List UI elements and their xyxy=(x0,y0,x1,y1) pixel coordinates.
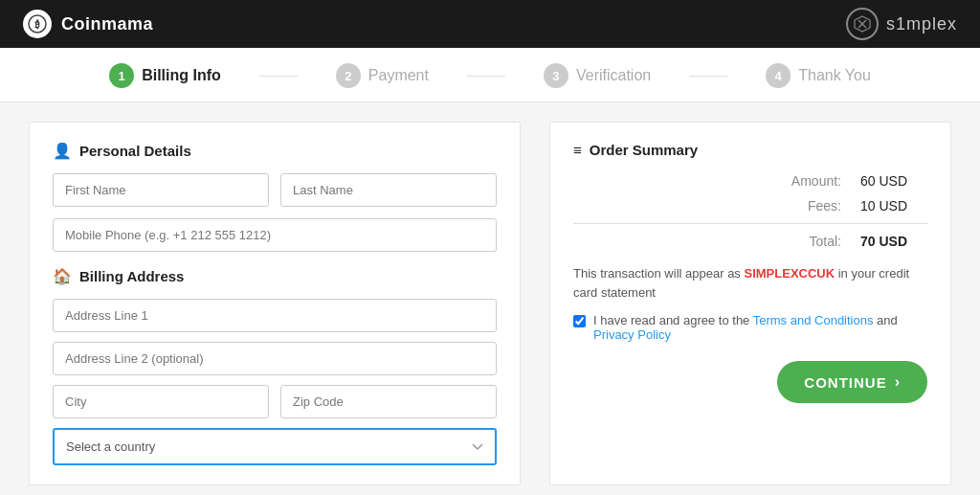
continue-arrow-icon: › xyxy=(895,373,901,391)
zip-input[interactable] xyxy=(280,385,497,418)
billing-address-title: 🏠 Billing Address xyxy=(53,267,497,285)
step-divider-1 xyxy=(259,76,298,77)
steps-navigation: 1 Billing Info 2 Payment 3 Verification … xyxy=(0,48,980,102)
fees-label: Fees: xyxy=(808,198,841,214)
total-label: Total: xyxy=(810,234,841,249)
transaction-notice-pre: This transaction will appear as xyxy=(573,266,744,281)
fees-value: 10 USD xyxy=(860,198,927,214)
step-verification[interactable]: 3 Verification xyxy=(544,63,651,88)
simplex-icon xyxy=(846,8,879,40)
transaction-brand: SIMPLEXCCUK xyxy=(744,266,835,281)
city-zip-row xyxy=(53,385,497,418)
privacy-link[interactable]: Privacy Policy xyxy=(593,327,671,342)
country-select[interactable]: Select a country xyxy=(53,428,497,465)
step-1-label: Billing Info xyxy=(142,67,221,84)
continue-label: CONTINUE xyxy=(804,374,886,391)
terms-link[interactable]: Terms and Conditions xyxy=(753,313,874,327)
amount-row: Amount: 60 USD xyxy=(573,173,927,189)
address2-row xyxy=(53,342,497,375)
step-2-label: Payment xyxy=(368,67,429,84)
address2-input[interactable] xyxy=(53,342,497,375)
total-value: 70 USD xyxy=(860,234,927,249)
home-icon: 🏠 xyxy=(53,267,72,285)
transaction-notice: This transaction will appear as SIMPLEXC… xyxy=(573,264,927,302)
svg-text:₿: ₿ xyxy=(34,19,40,30)
step-3-number: 3 xyxy=(544,63,568,88)
phone-input[interactable] xyxy=(53,218,497,252)
step-4-label: Thank You xyxy=(798,67,871,84)
order-summary-title: ≡ Order Summary xyxy=(573,142,927,158)
first-name-input[interactable] xyxy=(53,173,269,207)
agree-checkbox[interactable] xyxy=(573,315,586,327)
right-panel: ≡ Order Summary Amount: 60 USD Fees: 10 … xyxy=(549,122,951,485)
personal-details-title: 👤 Personal Details xyxy=(53,142,497,160)
brand-name: Coinmama xyxy=(61,14,153,34)
list-icon: ≡ xyxy=(573,142,582,158)
simplex-logo: s1mplex xyxy=(846,8,957,40)
billing-address-section: 🏠 Billing Address Select a country xyxy=(53,267,497,465)
step-thank-you[interactable]: 4 Thank You xyxy=(766,63,871,88)
name-row xyxy=(53,173,497,207)
header: ₿ Coinmama s1mplex xyxy=(0,0,980,48)
amount-value: 60 USD xyxy=(860,173,927,189)
phone-row xyxy=(53,218,497,252)
coinmama-icon: ₿ xyxy=(23,10,52,38)
agree-mid: and xyxy=(873,313,897,327)
order-divider xyxy=(573,223,927,224)
step-billing-info[interactable]: 1 Billing Info xyxy=(109,63,221,88)
last-name-input[interactable] xyxy=(280,173,497,207)
fees-row: Fees: 10 USD xyxy=(573,198,927,214)
step-payment[interactable]: 2 Payment xyxy=(336,63,429,88)
step-divider-3 xyxy=(689,76,727,77)
step-1-number: 1 xyxy=(109,63,134,88)
city-input[interactable] xyxy=(53,385,269,418)
step-4-number: 4 xyxy=(766,63,791,88)
step-2-number: 2 xyxy=(336,63,361,88)
step-divider-2 xyxy=(467,76,505,77)
brand-logo: ₿ Coinmama xyxy=(23,10,153,38)
agree-text: I have read and agree to the Terms and C… xyxy=(593,313,927,342)
continue-button[interactable]: CONTINUE › xyxy=(777,361,927,403)
left-panel: 👤 Personal Details 🏠 Billing Address xyxy=(29,122,521,485)
agree-pre: I have read and agree to the xyxy=(593,313,753,327)
address1-row xyxy=(53,299,497,332)
total-row: Total: 70 USD xyxy=(573,234,927,249)
amount-label: Amount: xyxy=(791,173,841,189)
step-3-label: Verification xyxy=(576,67,651,84)
partner-name: s1mplex xyxy=(886,14,957,34)
person-icon: 👤 xyxy=(53,142,72,160)
address1-input[interactable] xyxy=(53,299,497,332)
main-content: 👤 Personal Details 🏠 Billing Address xyxy=(0,102,980,495)
agree-row: I have read and agree to the Terms and C… xyxy=(573,313,927,342)
